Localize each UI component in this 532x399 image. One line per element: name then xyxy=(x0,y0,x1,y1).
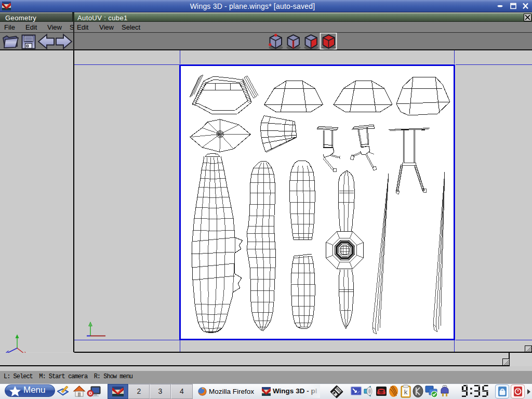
svg-text:k: k xyxy=(404,388,408,396)
